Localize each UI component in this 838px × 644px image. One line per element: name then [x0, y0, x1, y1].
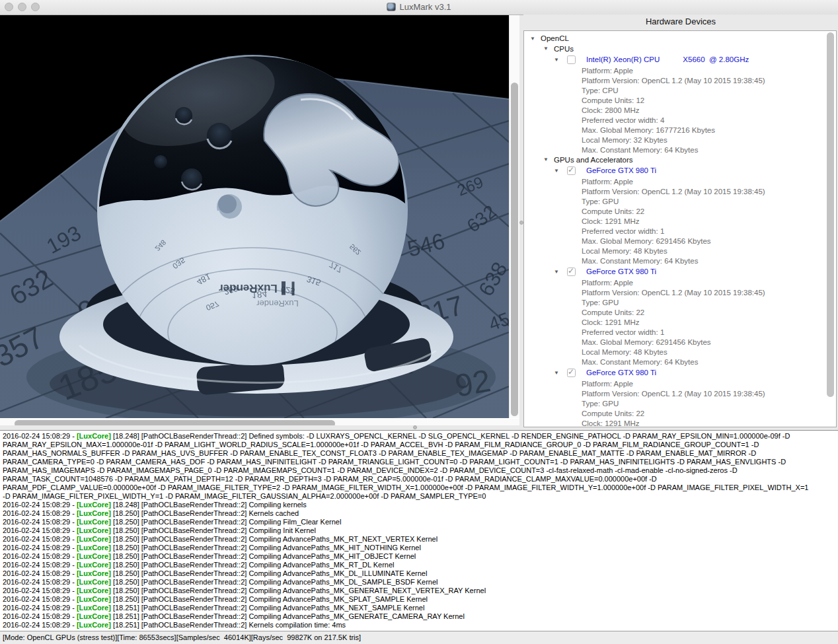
hardware-devices-title: Hardware Devices [523, 15, 838, 30]
render-image: 1841936320273571852693751845466322696382… [0, 15, 509, 418]
tree-row-label: Preferred vector width: 4 [582, 116, 664, 124]
tree-vscroll-thumb[interactable] [827, 32, 834, 397]
tree-row-detail: Platform: Apple [525, 378, 827, 388]
tree-row-label: Max. Constant Memory: 64 Kbytes [582, 358, 698, 366]
tree-row-detail: Local Memory: 48 Kbytes [525, 347, 827, 357]
log-line: 2016-02-24 15:08:29 - [LuxCore] [18.250]… [3, 552, 838, 561]
tree-row-detail: Platform: Apple [525, 277, 827, 287]
luxcore-tag: [LuxCore] [77, 526, 111, 534]
tree-row-detail: Platform: Apple [525, 176, 827, 186]
tree-row-device[interactable]: ▼✓GeForce GTX 980 Ti [525, 164, 827, 176]
tree-row-device[interactable]: ▼✓GeForce GTX 980 Ti [525, 266, 827, 277]
expand-triangle-icon[interactable]: ▼ [554, 269, 564, 275]
tree-row-label: Platform: Apple [582, 279, 633, 287]
tree-row-label: OpenCL [541, 34, 569, 42]
log-line: 2016-02-24 15:08:29 - [LuxCore] [18.250]… [3, 587, 838, 595]
title-bar: LuxMark v3.1 [0, 0, 838, 15]
tree-row-detail: Max. Global Memory: 16777216 Kbytes [525, 125, 827, 135]
tree-row-label: Max. Constant Memory: 64 Kbytes [582, 146, 698, 154]
tree-row-detail: Clock: 1291 MHz [525, 317, 827, 327]
log-line: 2016-02-24 15:08:29 - [LuxCore] [18.251]… [3, 612, 838, 621]
tree-row-label: Platform Version: OpenCL 1.2 (May 10 201… [582, 289, 765, 297]
tree-row-detail: Max. Constant Memory: 64 Kbytes [525, 357, 827, 367]
log-line: 2016-02-24 15:08:29 - [LuxCore] [18.250]… [3, 526, 838, 535]
tree-row-label: Max. Global Memory: 6291456 Kbytes [582, 237, 711, 245]
tree-row-label: GeForce GTX 980 Ti [586, 268, 656, 275]
status-bar: [Mode: OpenCL GPUs (stress test)][Time: … [0, 631, 838, 644]
tree-row-detail: Type: GPU [525, 297, 827, 307]
tree-row-detail: Platform Version: OpenCL 1.2 (May 10 201… [525, 287, 827, 297]
tree-row-label: Clock: 1291 MHz [582, 419, 640, 427]
log-line: PARAM_PDF_CLAMP_VALUE=0.000000e+00f -D P… [3, 483, 838, 492]
tree-row-label: Platform: Apple [582, 67, 633, 75]
tree-row-detail: Platform Version: OpenCL 1.2 (May 10 201… [525, 75, 827, 85]
tree-row-detail: Max. Constant Memory: 64 Kbytes [525, 145, 827, 155]
luxcore-tag: [LuxCore] [77, 544, 111, 552]
tree-row-detail: Compute Units: 22 [525, 408, 827, 418]
log-line: 2016-02-24 15:08:29 - [LuxCore] [18.248]… [3, 432, 838, 441]
tree-row-label: Preferred vector width: 1 [582, 328, 664, 336]
expand-triangle-icon[interactable]: ▼ [554, 168, 564, 174]
tree-row-label: Compute Units: 22 [582, 410, 644, 417]
luxcore-tag: [LuxCore] [77, 535, 111, 543]
window-title: LuxMark v3.1 [0, 0, 838, 15]
device-checkbox[interactable]: ✓ [567, 268, 576, 276]
tree-row-label: Platform Version: OpenCL 1.2 (May 10 201… [582, 390, 765, 398]
luxcore-tag: [LuxCore] [77, 552, 111, 560]
tree-row-detail: Preferred vector width: 1 [525, 327, 827, 337]
tree-row-detail: Preferred vector width: 4 [525, 115, 827, 125]
tree-row-detail: Platform Version: OpenCL 1.2 (May 10 201… [525, 186, 827, 196]
log-line: 2016-02-24 15:08:29 - [LuxCore] [18.250]… [3, 561, 838, 569]
tree-row-detail: Type: GPU [525, 196, 827, 206]
tree-row-label: Platform: Apple [582, 178, 633, 186]
luxcore-tag: [LuxCore] [77, 595, 111, 603]
expand-triangle-icon[interactable]: ▼ [554, 370, 564, 376]
tree-row-detail: Compute Units: 22 [525, 307, 827, 317]
tree-vertical-scrollbar[interactable] [827, 32, 834, 425]
device-checkbox[interactable] [567, 55, 576, 64]
luxcore-tag: [LuxCore] [77, 604, 111, 612]
render-vscroll-thumb[interactable] [511, 83, 518, 416]
luxcore-tag: [LuxCore] [77, 612, 111, 620]
log-line: 2016-02-24 15:08:29 - [LuxCore] [18.251]… [3, 621, 838, 629]
checkmark-icon: ✓ [568, 165, 574, 174]
device-tree[interactable]: ▼OpenCL▼CPUs▼Intel(R) Xeon(R) CPU X5660 … [523, 30, 837, 427]
tree-row-device[interactable]: ▼Intel(R) Xeon(R) CPU X5660 @ 2.80GHz [525, 54, 827, 65]
render-vertical-scrollbar[interactable] [509, 15, 519, 418]
luxcore-tag: [LuxCore] [77, 561, 111, 569]
app-icon [387, 3, 396, 11]
tree-row-device[interactable]: ▼✓GeForce GTX 980 Ti [525, 367, 827, 378]
tree-row-label: Clock: 2800 MHz [582, 106, 640, 114]
expand-triangle-icon[interactable]: ▼ [554, 57, 564, 63]
expand-triangle-icon[interactable]: ▼ [543, 46, 554, 52]
horizontal-splitter-handle[interactable] [413, 425, 417, 429]
tree-row-group[interactable]: ▼CPUs [525, 44, 827, 54]
expand-triangle-icon[interactable]: ▼ [543, 157, 554, 162]
luxcore-tag: [LuxCore] [77, 569, 111, 577]
tree-row-group[interactable]: ▼GPUs and Accelerators [525, 155, 827, 164]
tree-row-label: Clock: 1291 MHz [582, 217, 640, 225]
luxcore-tag: [LuxCore] [77, 578, 111, 586]
expand-triangle-icon[interactable]: ▼ [530, 36, 541, 42]
tree-row-label: Intel(R) Xeon(R) CPU X5660 @ 2.80GHz [586, 55, 749, 63]
log-line: PARAM_HAS_NORMALS_BUFFER -D PARAM_HAS_UV… [3, 449, 838, 458]
luxcore-tag: [LuxCore] [77, 501, 111, 509]
svg-text:LuxRender: LuxRender [256, 299, 299, 308]
log-line: 2016-02-24 15:08:29 - [LuxCore] [18.250]… [3, 509, 838, 518]
log-line: 2016-02-24 15:08:29 - [LuxCore] [18.250]… [3, 595, 838, 604]
log-output: 2016-02-24 15:08:29 - [LuxCore] [18.248]… [0, 430, 838, 631]
tree-row-label: Max. Constant Memory: 64 Kbytes [582, 257, 698, 265]
tree-row-detail: Max. Global Memory: 6291456 Kbytes [525, 337, 827, 347]
tree-row-detail: Type: CPU [525, 85, 827, 95]
log-line: 2016-02-24 15:08:29 - [LuxCore] [18.250]… [3, 569, 838, 578]
device-checkbox[interactable]: ✓ [567, 369, 576, 377]
tree-row-detail: Compute Units: 22 [525, 206, 827, 216]
log-line: PARAM_RAY_EPSILON_MAX=1.000000e-01f -D P… [3, 441, 838, 449]
tree-row-label: CPUs [554, 45, 574, 53]
tree-row-detail: Max. Global Memory: 6291456 Kbytes [525, 236, 827, 246]
tree-row-label: Local Memory: 48 Kbytes [582, 348, 667, 356]
tree-row-label: Platform Version: OpenCL 1.2 (May 10 201… [582, 77, 765, 85]
device-checkbox[interactable]: ✓ [567, 166, 576, 175]
tree-row-root[interactable]: ▼OpenCL [525, 33, 827, 44]
svg-text:▎▌LuxRender: ▎▌LuxRender [219, 281, 295, 296]
